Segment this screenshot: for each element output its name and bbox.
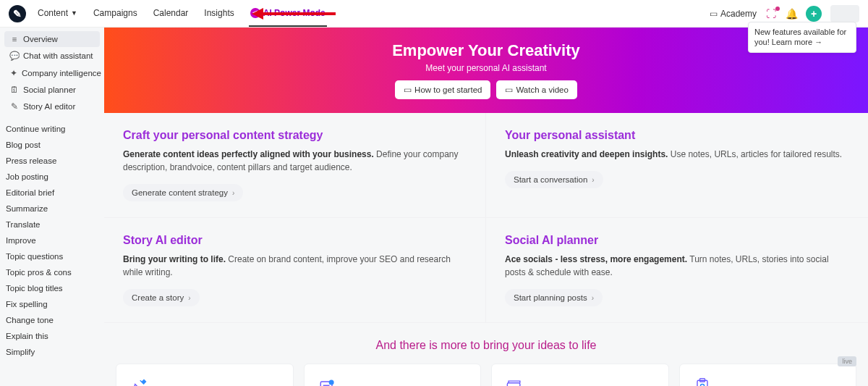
more-section-title: And there is more to bring your ideas to… — [104, 323, 868, 364]
sidebar-item[interactable]: Change tone — [4, 312, 100, 328]
template-cards: live Continue writing Let our assistant … — [104, 364, 868, 386]
feature-content-strategy: Craft your personal content strategy Gen… — [104, 113, 486, 217]
svg-rect-4 — [507, 383, 520, 386]
sidebar-item[interactable]: Topic questions — [4, 248, 100, 264]
card-blog-post[interactable]: Blog post Generate a blog post — [304, 364, 482, 386]
topbar: ✎ Content▼ Campaigns Calendar Insights A… — [0, 0, 868, 28]
sidebar-item[interactable]: Job posting — [4, 169, 100, 185]
sparkle-icon: ✦ — [10, 68, 17, 78]
attention-arrow — [253, 8, 336, 20]
chevron-right-icon: › — [232, 189, 234, 197]
generate-content-strategy-button[interactable]: Generate content strategy› — [123, 184, 243, 201]
sidebar-item[interactable]: Explain this — [4, 328, 100, 344]
start-conversation-button[interactable]: Start a conversation› — [505, 171, 603, 188]
press-release-icon — [503, 376, 525, 386]
sidebar-item[interactable]: Simplify — [4, 344, 100, 360]
nav-campaigns[interactable]: Campaigns — [92, 1, 139, 27]
feature-title: Craft your personal content strategy — [123, 129, 467, 142]
edit-icon: ✎ — [10, 101, 19, 112]
topbar-right: ▭Academy ⛶ 🔔 + — [710, 5, 859, 22]
book-icon: ▭ — [404, 85, 412, 95]
calendar-icon: 🗓 — [10, 85, 19, 94]
caret-down-icon: ▼ — [71, 9, 77, 17]
sidebar-item-social-planner[interactable]: 🗓Social planner — [4, 82, 100, 98]
app-logo[interactable]: ✎ — [9, 5, 26, 22]
notification-dot — [775, 7, 780, 11]
sidebar-item[interactable]: Summarize — [4, 201, 100, 217]
sidebar-secondary: Continue writing Blog post Press release… — [4, 121, 100, 360]
sidebar-item[interactable]: Topic pros & cons — [4, 264, 100, 280]
hero-subtitle: Meet your personal AI assistant — [425, 63, 546, 73]
chevron-right-icon: › — [188, 294, 190, 302]
hero-title: Empower Your Creativity — [392, 41, 580, 60]
nav-calendar[interactable]: Calendar — [152, 1, 190, 27]
sidebar-item[interactable]: Press release — [4, 153, 100, 169]
academy-link[interactable]: ▭Academy — [710, 9, 757, 19]
svg-point-3 — [328, 379, 333, 385]
continue-writing-icon — [128, 376, 150, 386]
new-features-notice[interactable]: New features available for you! Learn mo… — [748, 22, 856, 53]
sidebar-item[interactable]: Fix spelling — [4, 296, 100, 312]
user-avatar[interactable] — [830, 5, 859, 22]
feature-grid: Craft your personal content strategy Gen… — [104, 113, 868, 323]
nav-insights[interactable]: Insights — [203, 1, 235, 27]
sidebar-item[interactable]: Improve — [4, 232, 100, 248]
sidebar: ≡Overview 💬Chat with assistant ✦Company … — [0, 28, 104, 386]
sidebar-item[interactable]: Editorial brief — [4, 185, 100, 201]
overview-icon: ≡ — [10, 35, 19, 43]
monitor-icon: ▭ — [710, 9, 718, 19]
feature-title: Social AI planner — [505, 234, 849, 247]
bell-icon[interactable]: 🔔 — [786, 8, 797, 20]
sidebar-item[interactable]: Topic blog titles — [4, 280, 100, 296]
gift-icon[interactable]: ⛶ — [765, 8, 777, 20]
card-job-posting[interactable]: Job posting Generate a job posting — [679, 364, 857, 386]
start-planning-button[interactable]: Start planning posts› — [505, 289, 603, 306]
video-icon: ▭ — [505, 85, 513, 95]
feature-story-editor: Story AI editor Bring your writing to li… — [104, 217, 486, 322]
feature-social-planner: Social AI planner Ace socials - less str… — [486, 217, 868, 322]
chat-icon: 💬 — [10, 51, 19, 61]
chevron-right-icon: › — [592, 176, 594, 184]
feature-title: Your personal assistant — [505, 129, 849, 142]
sidebar-item[interactable]: Blog post — [4, 137, 100, 153]
chevron-right-icon: › — [592, 294, 594, 302]
create-story-button[interactable]: Create a story› — [123, 289, 200, 306]
sidebar-item-overview[interactable]: ≡Overview — [4, 31, 100, 47]
live-tag: live — [838, 356, 856, 366]
nav-content[interactable]: Content▼ — [36, 1, 79, 27]
sidebar-item[interactable]: Continue writing — [4, 121, 100, 137]
sidebar-item-chat[interactable]: 💬Chat with assistant — [4, 47, 100, 64]
feature-title: Story AI editor — [123, 234, 467, 247]
blog-post-icon — [316, 376, 338, 386]
job-posting-icon — [692, 376, 713, 386]
card-continue-writing[interactable]: Continue writing Let our assistant conti… — [116, 364, 294, 386]
how-to-button[interactable]: ▭How to get started — [395, 80, 490, 99]
add-button[interactable]: + — [806, 6, 822, 22]
sidebar-item-story-editor[interactable]: ✎Story AI editor — [4, 98, 100, 115]
sidebar-item[interactable]: Translate — [4, 217, 100, 232]
feature-personal-assistant: Your personal assistant Unleash creativi… — [486, 113, 868, 217]
main-content: Empower Your Creativity Meet your person… — [104, 28, 868, 386]
sidebar-item-company-intelligence[interactable]: ✦Company intelligence — [4, 64, 100, 82]
watch-video-button[interactable]: ▭Watch a video — [496, 80, 576, 99]
card-press-release[interactable]: Press release Generate a press release — [491, 364, 669, 386]
